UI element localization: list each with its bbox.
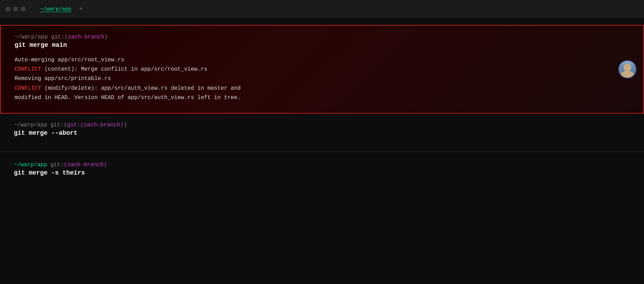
second-block-command: git merge --abort — [14, 130, 630, 136]
error-prompt-path: ~/warp/app — [15, 34, 48, 40]
third-prompt-path: ~/warp/app — [14, 162, 47, 168]
third-block-command: git merge -s theirs — [14, 169, 630, 176]
output-line-3: Removing app/src/printable.rs — [15, 76, 111, 82]
third-block-prompt: ~/warp/app git:(zach-branch) — [14, 162, 630, 168]
traffic-lights — [6, 7, 26, 11]
terminal-body: ~/warp/app git:(zach-branch) git merge m… — [0, 18, 644, 284]
second-prompt-path-text: ~/warp/app — [14, 122, 47, 128]
output-line-4: CONFLICT (modify/delete): app/src/auth_v… — [15, 85, 241, 91]
second-command-text: git merge --abort — [14, 130, 78, 136]
third-prompt-git-branch: (zach-branch) — [64, 162, 107, 168]
avatar-face — [619, 61, 636, 78]
new-tab-button[interactable]: + — [79, 5, 83, 13]
output-line-1: Auto-merging app/src/root_view.rs — [15, 57, 124, 63]
divider — [0, 152, 644, 152]
second-block: ~/warp/app git:(git:(zach-branch)) git m… — [0, 114, 644, 150]
output-line-2: CONFLICT (content): Merge conflict in ap… — [15, 66, 207, 72]
tab-title[interactable]: ~/warp/app — [40, 6, 71, 12]
conflict-word-2: CONFLICT — [15, 85, 41, 91]
second-block-prompt: ~/warp/app git:(git:(zach-branch)) — [14, 122, 630, 128]
error-block-command: git merge main — [15, 42, 629, 48]
third-prompt-git-label: git: — [51, 162, 64, 168]
conflict-word-1: CONFLICT — [15, 66, 41, 72]
error-prompt-git-branch: zach-branch — [68, 34, 105, 40]
error-prompt-git-label: git:( — [51, 34, 68, 40]
title-bar: ~/warp/app + — [0, 0, 644, 18]
error-block-output: Auto-merging app/src/root_view.rs CONFLI… — [15, 55, 629, 103]
error-prompt-git-close: ) — [104, 34, 108, 40]
close-button[interactable] — [6, 7, 10, 11]
maximize-button[interactable] — [21, 7, 26, 11]
third-block: ~/warp/app git:(zach-branch) git merge -… — [0, 153, 644, 190]
second-prompt-git-label: git:( — [51, 122, 67, 128]
error-block-prompt: ~/warp/app git:(zach-branch) — [15, 34, 629, 40]
output-line-5: modified in HEAD. Version HEAD of app/sr… — [15, 95, 241, 101]
second-prompt-git-branch: git:(zach-branch) — [67, 122, 124, 128]
error-block: ~/warp/app git:(zach-branch) git merge m… — [0, 25, 644, 114]
avatar — [618, 60, 636, 78]
minimize-button[interactable] — [13, 7, 18, 11]
